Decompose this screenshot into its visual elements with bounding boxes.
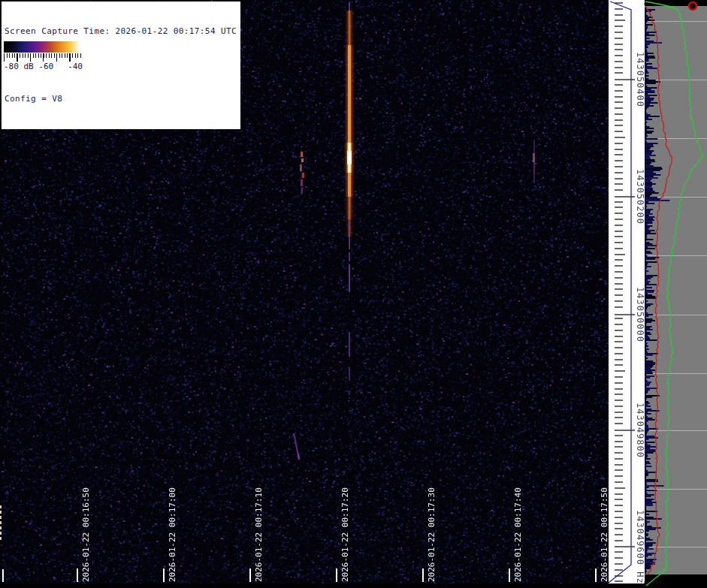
time-tick: [249, 568, 251, 582]
frequency-label: 143049600 Hz: [635, 510, 645, 584]
spectrogram-app-window: Screen Capture Time: 2026-01-22 00:17:54…: [0, 0, 707, 588]
capture-time-text: Screen Capture Time: 2026-01-22 00:17:54…: [5, 26, 237, 37]
clipped-label-dash: [0, 521, 2, 524]
frequency-label: 143050200: [635, 169, 645, 225]
time-tick: [595, 568, 597, 582]
color-scale-labels: -80 dB -60 -40: [2, 62, 85, 72]
time-tick: [336, 568, 337, 582]
time-tick: [2, 569, 4, 582]
db-label-high: -40: [68, 62, 83, 71]
time-label: 2026-01-22 00:17:10: [254, 487, 264, 582]
clipped-label-dash: [0, 526, 2, 529]
time-tick: [163, 568, 165, 582]
frequency-label: 143050000: [635, 287, 645, 342]
time-label: 2026-01-22 00:17:00: [168, 487, 177, 582]
time-tick: [77, 568, 78, 582]
color-gradient-bar: [4, 41, 83, 53]
time-label: 2026-01-22 00:16:50: [81, 487, 91, 582]
frequency-label: 143050400: [635, 52, 645, 107]
clipped-label-dash: [0, 537, 2, 540]
clipped-label-dash: [0, 505, 2, 508]
frequency-label: 143049800: [635, 403, 645, 458]
color-scale-legend: -80 dB -60 -40: [2, 40, 85, 73]
time-label: 2026-01-22 00:17:20: [340, 487, 350, 582]
clipped-label-dash: [0, 516, 2, 519]
db-label-low: -80 dB -60: [4, 62, 53, 71]
clipped-label-dash: [0, 532, 2, 535]
time-label: 2026-01-22 00:17:40: [513, 487, 523, 582]
config-text: Config = V8: [5, 93, 237, 104]
time-tick: [422, 568, 424, 582]
clipped-label-dash: [0, 511, 2, 514]
time-label: 2026-01-22 00:17:50: [600, 487, 609, 582]
time-label: 2026-01-22 00:17:30: [427, 487, 437, 582]
time-tick: [509, 568, 510, 582]
